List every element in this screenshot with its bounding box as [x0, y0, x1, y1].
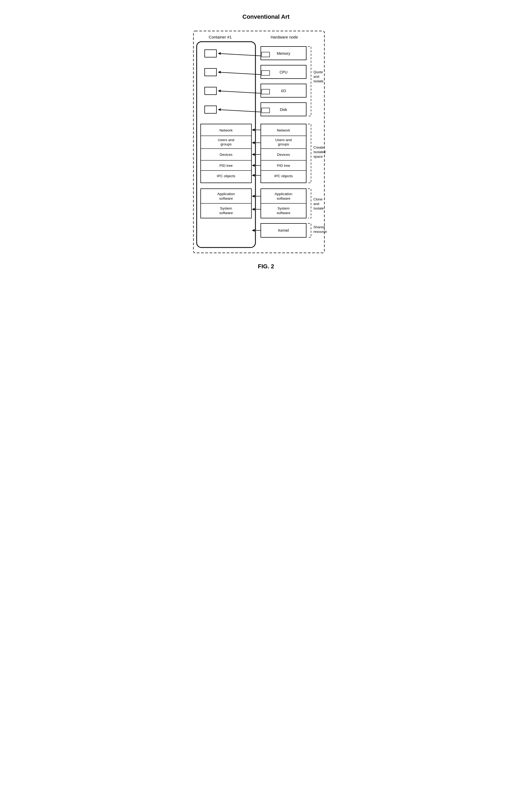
c1-syssw-label-1: System [220, 206, 232, 210]
shared-resource-bracket [308, 224, 311, 237]
clone-isolate-bracket [308, 189, 311, 218]
page-title: Conventional Art [181, 14, 352, 20]
hw-memory-inner [261, 52, 270, 57]
quote-isolate-label: Quote [313, 70, 323, 74]
c1-io-box [205, 87, 217, 95]
svg-text:resource: resource [313, 230, 327, 234]
hw-network-label: Network [277, 128, 290, 132]
clone-isolate-label-1: Clone [313, 197, 323, 201]
svg-text:Isolate: Isolate [313, 206, 324, 210]
svg-text:isolate: isolate [313, 79, 324, 83]
diagram-svg: Container #1 Hardware node Memory CPU I/… [181, 28, 352, 258]
hw-users-label-2: groups [278, 142, 289, 146]
c1-ipc-label: IPC objects [217, 174, 235, 178]
c1-users-label-1: Users and [218, 138, 234, 142]
hw-kernel-label: Kernel [278, 228, 288, 232]
hw-cpu-label: CPU [279, 70, 287, 74]
hw-syssw-label-1: System [277, 206, 289, 210]
shared-resource-label-1: Shared [313, 225, 325, 229]
svg-text:and: and [313, 75, 319, 79]
c1-appsw-label-1: Application [217, 192, 235, 196]
hw-devices-label: Devices [277, 153, 290, 157]
create-isolated-bracket [308, 124, 311, 183]
c1-appsw-label-2: software [219, 197, 233, 200]
hw-disk-label: Disk [280, 107, 287, 112]
c1-cpu-box [205, 69, 217, 76]
hw-appsw-label-1: Application [274, 192, 292, 196]
hw-io-inner [261, 89, 270, 94]
c1-memory-box [205, 50, 217, 57]
fig-label: FIG. 2 [181, 263, 352, 270]
c1-disk-box [205, 106, 217, 113]
c1-network-label: Network [219, 128, 233, 132]
hw-memory-label: Memory [277, 51, 290, 56]
svg-text:Isolated: Isolated [313, 150, 326, 154]
svg-text:and: and [313, 202, 319, 206]
hw-appsw-label-2: software [277, 197, 290, 200]
create-isolated-label-1: Create [313, 145, 324, 149]
hw-ipc-label: IPC objects [274, 174, 293, 178]
hw-cpu-inner [261, 71, 270, 75]
diagram: Container #1 Hardware node Memory CPU I/… [181, 28, 352, 258]
hw-pid-label: PID tree [277, 163, 290, 168]
hw-disk-inner [261, 108, 270, 113]
quote-isolate-bracket [308, 47, 311, 116]
hw-node-label: Hardware node [271, 35, 298, 39]
svg-text:space: space [313, 154, 323, 158]
c1-pid-label: PID tree [219, 163, 233, 168]
hw-syssw-label-2: software [277, 211, 290, 215]
hw-users-label-1: Users and [275, 138, 292, 142]
c1-users-label-2: groups [221, 142, 232, 146]
c1-devices-label: Devices [219, 153, 232, 157]
page: Conventional Art Container #1 Hardware n… [175, 5, 357, 281]
container-label: Container #1 [209, 35, 232, 39]
hw-io-label: I/O [281, 89, 286, 93]
c1-syssw-label-2: software [219, 211, 233, 215]
